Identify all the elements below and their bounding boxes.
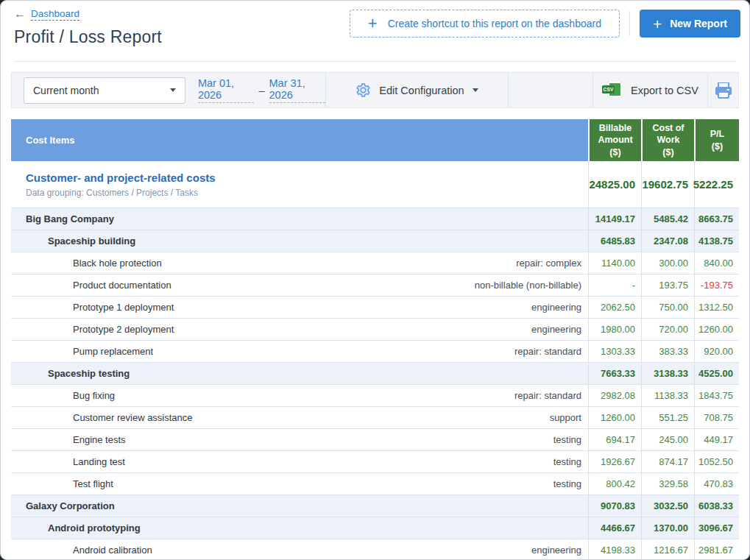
create-shortcut-button[interactable]: + Create shortcut to this report on the …	[350, 10, 620, 38]
table-row: Customer review assistancesupport1260.00…	[11, 407, 739, 429]
pl-value: 840.00	[694, 252, 739, 274]
export-section: CSV Export to CSV	[592, 73, 707, 107]
cost-item-cell: Customer review assistancesupport	[11, 407, 588, 428]
cost-of-work-value: 3138.33	[641, 363, 694, 384]
cost-item-cell: Pump replacementrepair: standard	[11, 341, 588, 362]
chevron-down-icon	[473, 88, 478, 92]
report-section-title: Customer- and project-related costs	[26, 171, 216, 184]
export-csv-button[interactable]: CSV Export to CSV	[602, 82, 698, 99]
cost-item-label[interactable]: Android prototyping	[11, 522, 141, 534]
export-csv-label: Export to CSV	[631, 85, 698, 96]
report-table: Cost Items Billable Amount ($) Cost of W…	[11, 119, 739, 560]
cost-item-label: Engine tests	[11, 434, 126, 445]
cost-item-label: Bug fixing	[11, 390, 115, 401]
profit-loss-report-page: ← Dashboard Profit / Loss Report + Creat…	[0, 0, 750, 560]
billable-amount-value: 694.17	[588, 429, 641, 450]
cost-of-work-value: 2347.08	[641, 230, 694, 252]
plus-icon: +	[653, 16, 662, 32]
plus-icon: +	[368, 15, 378, 32]
date-to-link[interactable]: Mar 31, 2026	[269, 77, 326, 103]
print-button[interactable]	[715, 82, 732, 99]
table-row: Bug fixingrepair: standard2982.081138.33…	[11, 385, 739, 407]
billable-amount-value: 14149.17	[588, 208, 641, 230]
new-report-button[interactable]: + New Report	[640, 10, 740, 38]
billable-amount-value: 7663.33	[588, 363, 641, 384]
cost-of-work-value: 329.58	[641, 473, 694, 495]
cost-of-work-value: 245.00	[641, 429, 694, 450]
back-link-label: Dashboard	[31, 8, 79, 21]
cost-item-cell: Galaxy Corporation	[11, 495, 588, 517]
column-header-cost-of-work: Cost of Work ($)	[641, 119, 694, 161]
cost-of-work-value: 551.25	[641, 407, 694, 428]
new-report-label: New Report	[670, 18, 727, 29]
cost-item-label[interactable]: Big Bang Company	[11, 213, 114, 224]
column-header-pl: P/L ($)	[694, 119, 739, 161]
task-type-label: repair: standard	[514, 346, 581, 357]
table-row: Android prototyping4466.671370.003096.67	[11, 517, 739, 539]
table-header-row: Cost Items Billable Amount ($) Cost of W…	[11, 119, 739, 161]
cost-of-work-value: 720.00	[641, 319, 694, 340]
billable-amount-value: 9070.83	[588, 495, 641, 517]
cost-item-label: Black hole protection	[11, 258, 162, 269]
total-pl-value: 5222.25	[694, 161, 739, 208]
pl-value: -193.75	[694, 274, 739, 296]
pl-value: 449.17	[694, 429, 739, 450]
table-row: Galaxy Corporation9070.833032.506038.33	[11, 495, 739, 517]
cost-of-work-value: 1216.67	[641, 539, 694, 560]
date-from-link[interactable]: Mar 01, 2026	[198, 77, 255, 103]
cost-of-work-value: 193.75	[641, 274, 694, 296]
billable-amount-value: 1140.00	[588, 252, 641, 274]
billable-amount-value: 1926.67	[588, 451, 641, 472]
data-grouping-label: Data grouping: Customers / Projects / Ta…	[26, 188, 198, 198]
create-shortcut-label: Create shortcut to this report on the da…	[388, 18, 601, 29]
table-row: Engine teststesting694.17245.00449.17	[11, 429, 739, 451]
task-type-label: engineering	[531, 324, 581, 335]
table-row: Android calibrationengineering4198.33121…	[11, 539, 739, 560]
task-type-label: testing	[553, 434, 581, 445]
report-total-row: Customer- and project-related costs Data…	[11, 161, 739, 208]
cost-item-label: Product documentation	[11, 280, 171, 291]
billable-amount-value: 1260.00	[588, 407, 641, 428]
cost-item-label: Prototype 1 deployment	[11, 302, 174, 313]
period-select[interactable]: Current month	[24, 77, 185, 104]
pl-value: 708.75	[694, 407, 739, 428]
back-to-dashboard-link[interactable]: ← Dashboard	[14, 8, 79, 21]
cost-of-work-value: 874.17	[641, 451, 694, 472]
cost-item-cell: Android calibrationengineering	[11, 539, 588, 560]
pl-value: 920.00	[694, 341, 739, 362]
cost-item-cell: Android prototyping	[11, 517, 588, 539]
cost-item-label[interactable]: Spaceship building	[11, 235, 135, 247]
page-header: ← Dashboard Profit / Loss Report + Creat…	[1, 1, 749, 62]
cost-item-cell: Spaceship testing	[11, 363, 588, 384]
table-row: Landing testtesting1926.67874.171052.50	[11, 451, 739, 473]
cost-of-work-value: 1370.00	[641, 517, 694, 539]
chevron-down-icon	[170, 88, 176, 92]
cost-of-work-value: 383.33	[641, 341, 694, 362]
task-type-label: support	[550, 412, 581, 423]
task-type-label: repair: standard	[514, 390, 581, 401]
pl-value: 4138.75	[694, 230, 739, 252]
total-billable-value: 24825.00	[588, 161, 641, 208]
header-actions: + Create shortcut to this report on the …	[350, 10, 740, 38]
table-row: Spaceship building6485.832347.084138.75	[11, 230, 739, 252]
back-arrow-icon: ←	[14, 8, 26, 20]
pl-value: 1843.75	[694, 385, 739, 406]
billable-amount-value: 2982.08	[588, 385, 641, 406]
cost-of-work-value: 5485.42	[641, 208, 694, 230]
report-section-cell: Customer- and project-related costs Data…	[11, 161, 588, 208]
report-toolbar: Current month Mar 01, 2026 – Mar 31, 202…	[11, 72, 739, 108]
table-row: Prototype 1 deploymentengineering2062.50…	[11, 297, 739, 319]
billable-amount-value: 6485.83	[588, 230, 641, 252]
billable-amount-value: 800.42	[588, 473, 641, 495]
gear-icon	[355, 82, 371, 98]
table-body: Big Bang Company14149.175485.428663.75Sp…	[11, 208, 739, 560]
cost-of-work-value: 3032.50	[641, 495, 694, 517]
cost-item-label[interactable]: Galaxy Corporation	[11, 500, 115, 511]
table-row: Prototype 2 deploymentengineering1980.00…	[11, 319, 739, 341]
csv-file-icon: CSV	[602, 82, 622, 99]
cost-item-cell: Landing testtesting	[11, 451, 588, 472]
cost-item-cell: Prototype 2 deploymentengineering	[11, 319, 588, 340]
cost-item-label[interactable]: Spaceship testing	[11, 368, 130, 379]
edit-configuration-button[interactable]: Edit Configuration	[355, 82, 478, 98]
cost-item-cell: Test flighttesting	[11, 473, 588, 495]
